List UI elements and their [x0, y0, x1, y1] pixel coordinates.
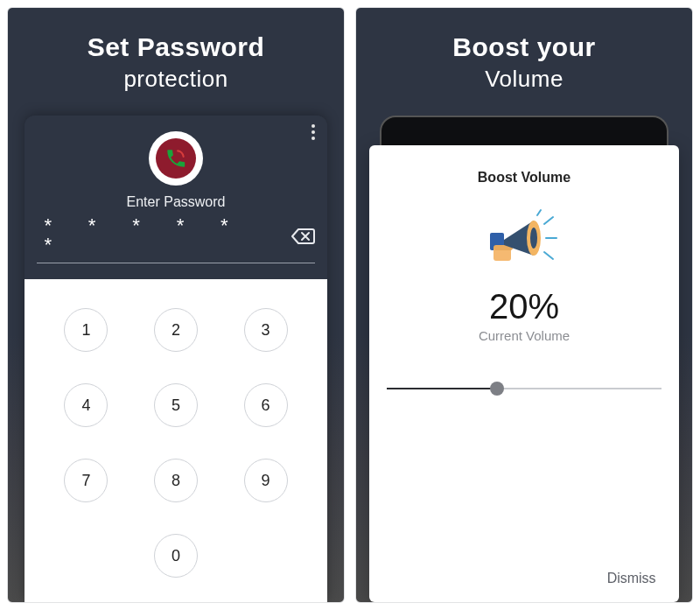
key-5[interactable]: 5: [154, 383, 198, 427]
key-8[interactable]: 8: [154, 459, 198, 502]
phone-icon: [156, 138, 196, 179]
svg-line-6: [544, 217, 553, 224]
lock-card-header: Enter Password * * * * * *: [24, 116, 327, 279]
key-9[interactable]: 9: [244, 459, 288, 502]
current-volume-label: Current Volume: [479, 328, 570, 343]
password-field[interactable]: * * * * * *: [37, 219, 315, 263]
dismiss-button[interactable]: Dismiss: [602, 560, 662, 590]
key-7[interactable]: 7: [64, 459, 108, 502]
boost-card: Boost Volume 20% Current Volume: [369, 145, 678, 602]
lock-card: Enter Password * * * * * * 1 2 3 4 5 6 7…: [24, 116, 327, 602]
boost-panel: Boost your Volume Boost Volume 20%: [355, 7, 693, 603]
keypad: 1 2 3 4 5 6 7 8 9 0: [24, 279, 327, 602]
headline-right: Boost your: [452, 32, 595, 62]
megaphone-icon: [485, 207, 564, 271]
key-6[interactable]: 6: [244, 383, 288, 427]
svg-line-9: [537, 210, 541, 215]
svg-point-5: [530, 228, 537, 249]
svg-line-8: [544, 252, 553, 259]
volume-percent: 20%: [489, 287, 559, 326]
headline-left: Set Password: [88, 32, 265, 62]
app-badge: [149, 131, 203, 186]
subhead-left: protection: [123, 66, 228, 93]
boost-card-title: Boost Volume: [478, 170, 570, 186]
enter-password-label: Enter Password: [127, 194, 226, 210]
password-panel: Set Password protection Enter Password *…: [7, 7, 345, 603]
key-1[interactable]: 1: [64, 308, 108, 352]
key-4[interactable]: 4: [64, 383, 108, 427]
slider-thumb[interactable]: [490, 382, 504, 396]
key-0[interactable]: 0: [154, 534, 198, 578]
password-mask: * * * * * *: [37, 219, 278, 257]
slider-fill: [387, 388, 496, 389]
key-2[interactable]: 2: [154, 308, 198, 352]
subhead-right: Volume: [485, 66, 564, 93]
volume-slider[interactable]: [387, 380, 661, 397]
backspace-icon[interactable]: [290, 227, 315, 249]
key-3[interactable]: 3: [244, 308, 288, 352]
kebab-menu-icon[interactable]: [312, 124, 315, 140]
